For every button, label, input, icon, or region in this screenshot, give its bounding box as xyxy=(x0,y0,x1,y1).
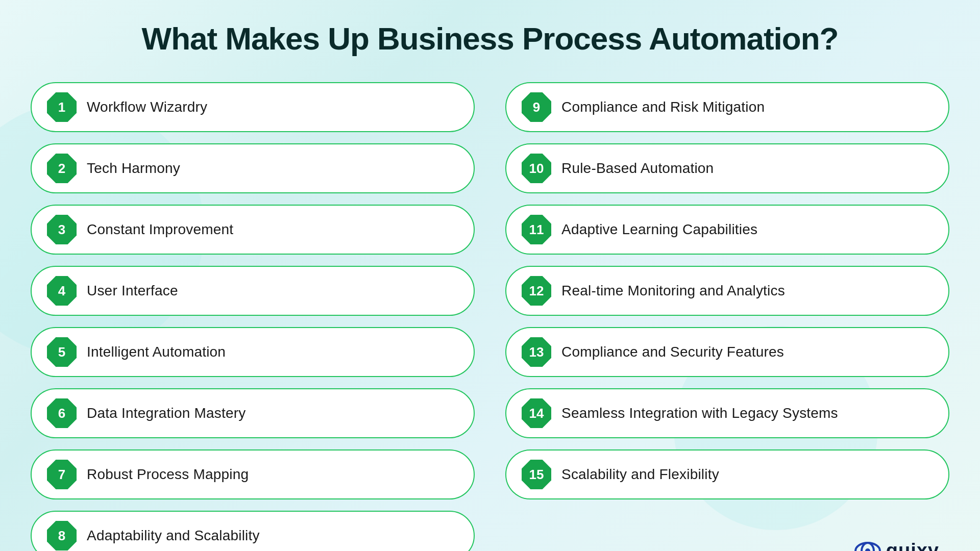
item-label-15: Scalability and Flexibility xyxy=(561,466,719,483)
item-label-5: Intelligent Automation xyxy=(87,344,226,360)
item-label-7: Robust Process Mapping xyxy=(87,466,249,483)
badge-num-2: 2 xyxy=(58,162,65,175)
list-item-right-15: 15 Scalability and Flexibility xyxy=(505,449,949,499)
item-label-9: Compliance and Risk Mitigation xyxy=(561,99,765,115)
badge-12: 12 xyxy=(522,276,551,306)
list-item-left-6: 6 Data Integration Mastery xyxy=(31,388,475,438)
badge-8: 8 xyxy=(47,521,77,550)
items-grid: 1 Workflow Wizardry 9 Compliance and Ris… xyxy=(31,82,949,551)
item-label-10: Rule-Based Automation xyxy=(561,160,714,177)
badge-num-11: 11 xyxy=(529,223,544,236)
item-label-11: Adaptive Learning Capabilities xyxy=(561,221,757,238)
badge-num-7: 7 xyxy=(58,468,65,481)
item-label-12: Real-time Monitoring and Analytics xyxy=(561,283,785,299)
list-item-right-10: 10 Rule-Based Automation xyxy=(505,143,949,193)
list-item-right-12: 12 Real-time Monitoring and Analytics xyxy=(505,266,949,316)
item-label-4: User Interface xyxy=(87,283,178,299)
item-label-2: Tech Harmony xyxy=(87,160,180,177)
badge-14: 14 xyxy=(522,398,551,428)
badge-num-8: 8 xyxy=(58,529,65,542)
badge-num-13: 13 xyxy=(529,345,544,359)
badge-15: 15 xyxy=(522,460,551,489)
badge-5: 5 xyxy=(47,337,77,367)
item-label-13: Compliance and Security Features xyxy=(561,344,784,360)
list-item-left-3: 3 Constant Improvement xyxy=(31,205,475,255)
badge-num-10: 10 xyxy=(529,162,544,175)
badge-num-4: 4 xyxy=(58,284,65,297)
badge-num-12: 12 xyxy=(529,284,544,297)
badge-3: 3 xyxy=(47,215,77,244)
list-item-left-1: 1 Workflow Wizardry xyxy=(31,82,475,132)
item-label-1: Workflow Wizardry xyxy=(87,99,207,115)
badge-10: 10 xyxy=(522,154,551,183)
badge-num-3: 3 xyxy=(58,223,65,236)
badge-num-1: 1 xyxy=(58,101,65,114)
logo: quixy xyxy=(854,540,939,551)
badge-2: 2 xyxy=(47,154,77,183)
svg-point-2 xyxy=(865,548,870,552)
badge-9: 9 xyxy=(522,92,551,122)
list-item-left-4: 4 User Interface xyxy=(31,266,475,316)
item-label-8: Adaptability and Scalability xyxy=(87,528,260,544)
badge-6: 6 xyxy=(47,398,77,428)
list-item-right-9: 9 Compliance and Risk Mitigation xyxy=(505,82,949,132)
badge-num-6: 6 xyxy=(58,407,65,420)
list-item-right-11: 11 Adaptive Learning Capabilities xyxy=(505,205,949,255)
item-label-6: Data Integration Mastery xyxy=(87,405,246,421)
badge-11: 11 xyxy=(522,215,551,244)
logo-icon xyxy=(854,541,881,552)
badge-num-15: 15 xyxy=(529,468,544,481)
badge-1: 1 xyxy=(47,92,77,122)
list-item-right-14: 14 Seamless Integration with Legacy Syst… xyxy=(505,388,949,438)
badge-num-5: 5 xyxy=(58,345,65,359)
badge-7: 7 xyxy=(47,460,77,489)
list-item-left-7: 7 Robust Process Mapping xyxy=(31,449,475,499)
logo-text: quixy xyxy=(886,540,939,551)
list-item-right-13: 13 Compliance and Security Features xyxy=(505,327,949,377)
item-label-14: Seamless Integration with Legacy Systems xyxy=(561,405,838,421)
badge-4: 4 xyxy=(47,276,77,306)
badge-num-14: 14 xyxy=(529,407,544,420)
list-item-left-2: 2 Tech Harmony xyxy=(31,143,475,193)
list-item-left-5: 5 Intelligent Automation xyxy=(31,327,475,377)
item-label-3: Constant Improvement xyxy=(87,221,233,238)
badge-num-9: 9 xyxy=(533,101,540,114)
badge-13: 13 xyxy=(522,337,551,367)
list-item-left-8: 8 Adaptability and Scalability xyxy=(31,511,475,551)
page-title: What Makes Up Business Process Automatio… xyxy=(142,20,839,57)
